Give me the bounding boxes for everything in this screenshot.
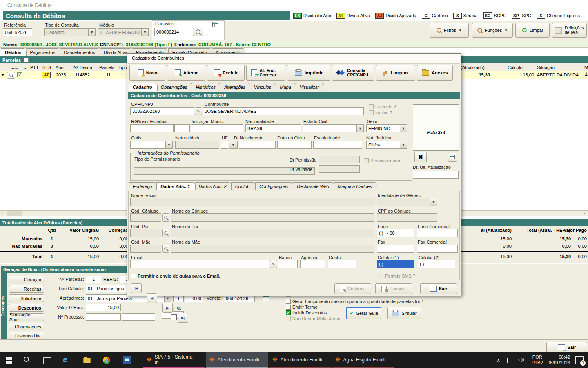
identidade-genero-select[interactable]: ▼ [377, 198, 437, 206]
gerar-lancamento-checkbox[interactable] [286, 299, 291, 304]
calendar-icon[interactable] [263, 295, 269, 301]
conjuge-search-button[interactable] [162, 213, 169, 222]
tab-observacoes[interactable]: Observações [157, 83, 193, 91]
processo-field2[interactable] [122, 313, 155, 321]
permissionario-checkbox[interactable] [364, 158, 369, 163]
nome-conjuge-field[interactable] [171, 213, 374, 222]
chrome-icon[interactable] [103, 357, 110, 364]
at-end-corresp-button[interactable]: ⇄At. End. Corresp. [246, 65, 285, 81]
cod-conjuge-field[interactable] [130, 213, 161, 222]
tipo-consulta-select[interactable]: Cadastro▼ [44, 28, 96, 36]
subtab-maquina-cartoes[interactable]: Máquina Cartões [334, 182, 377, 190]
nat-juridica-select[interactable]: Física▼ [366, 141, 407, 149]
imprimir-button[interactable]: Imprimir [287, 65, 330, 81]
limpar-button[interactable]: ♻Limpar [515, 23, 550, 38]
nome-social-field[interactable] [130, 198, 375, 206]
consulta-cpf-button[interactable]: Consulta CPF/CNPJ [332, 65, 374, 81]
fone-field[interactable] [377, 229, 414, 237]
nav-prev-button[interactable]: ◀ [147, 293, 157, 303]
edge-browser-icon[interactable]: e [63, 355, 67, 364]
dialog-title-bar[interactable]: Cadastro de Contribuintes [127, 54, 460, 64]
nacionalidade-field[interactable] [245, 124, 301, 132]
dt-validade-field[interactable] [319, 165, 360, 173]
photo-box[interactable]: Foto 3x4 [413, 104, 459, 151]
estado-civil-select[interactable]: ▼ [303, 124, 364, 132]
menu-solicitante-button[interactable]: Solicitante [9, 294, 44, 302]
subtab-endereco[interactable]: Endereço [129, 182, 157, 190]
subtab-configuracoes[interactable]: Configurações [255, 182, 294, 190]
alterar-button[interactable]: ✎Alterar [167, 65, 205, 81]
inativo-checkbox[interactable] [369, 110, 374, 115]
cadastro-field[interactable] [154, 28, 191, 36]
network-icon[interactable] [507, 358, 514, 363]
task-agua-esgoto[interactable]: ❋Agua Esgoto Fiorilli [332, 352, 394, 368]
dt-nascimento-field[interactable] [239, 141, 276, 149]
guia-side-tab[interactable]: Descontos [1, 273, 7, 339]
anexos-button[interactable]: Anexos [417, 65, 453, 81]
row-zoom-button[interactable] [7, 72, 15, 79]
task-atendimento-2[interactable]: ❋Atendimento Fiorilli [269, 352, 331, 368]
menu-receitas-button[interactable]: Receitas [9, 285, 44, 293]
confirma-button[interactable]: ✎Confirma [334, 283, 371, 294]
task-sia[interactable]: ❋SIA 7.5 - Sistema In... [143, 352, 205, 368]
nav-next-button[interactable]: ▶ [162, 303, 173, 313]
valor-parc-field[interactable] [86, 304, 121, 311]
processo-field[interactable] [86, 313, 121, 321]
row-checkbox[interactable] [17, 72, 22, 77]
menu-simulacao-button[interactable]: Simulação Parc. [9, 313, 44, 321]
lancam-button[interactable]: Lançam. [376, 65, 415, 81]
permitir-email-checkbox[interactable] [131, 274, 136, 278]
cpf-conjuge-field[interactable] [377, 213, 437, 222]
sair-main-button[interactable]: →Sair [546, 342, 587, 352]
calculator-icon[interactable] [171, 314, 177, 320]
conta-field[interactable] [328, 260, 356, 268]
cadastro-search-button[interactable] [193, 28, 203, 36]
fax-field[interactable] [377, 245, 414, 253]
task-view-button[interactable] [43, 357, 51, 364]
word-icon[interactable]: W [123, 356, 131, 364]
scroll-thumb[interactable] [7, 211, 22, 216]
uf-field[interactable] [221, 141, 228, 149]
data-obito-field[interactable] [277, 141, 312, 149]
cod-mae-field[interactable] [130, 245, 161, 253]
definicoes-tela-button[interactable]: Definições de Tela [552, 23, 587, 38]
contribuinte-field[interactable] [203, 107, 364, 115]
nav-first-button[interactable]: |◀ [131, 283, 142, 293]
nao-cobrar-multa-checkbox[interactable] [286, 316, 291, 321]
list-icon[interactable] [212, 22, 218, 27]
subtab-declarante-web[interactable]: Declarante Web [293, 182, 334, 190]
inscricao-field[interactable] [191, 124, 243, 132]
task-atendimento-1[interactable]: ❋Atendimento Fiorilli [206, 352, 268, 368]
filtros-button[interactable]: Filtros▼ [430, 23, 469, 38]
parcelas-select-all-checkbox[interactable] [24, 58, 29, 62]
taskbar-search-button[interactable] [24, 357, 29, 363]
subtab-contrib[interactable]: Contrib. [231, 182, 256, 190]
modulo-select[interactable]: 3 - ÁGUA E ESGOTO▼ [98, 28, 149, 36]
funcoes-button[interactable]: Funções▼ [472, 23, 513, 38]
tab-historicos[interactable]: Históricos [192, 83, 221, 91]
emitir-termo-checkbox[interactable] [286, 305, 291, 310]
file-explorer-button[interactable] [83, 358, 91, 364]
tab-mapa[interactable]: Mapa [276, 83, 296, 91]
cpf-field[interactable] [130, 107, 194, 115]
email-field[interactable] [130, 260, 269, 268]
nav-last-button[interactable]: ▶| [178, 313, 188, 323]
n-parcelas-field[interactable] [86, 276, 101, 283]
fone-comercial-field[interactable] [417, 229, 458, 237]
celular1-field[interactable] [377, 260, 414, 268]
cpf-edit-button[interactable]: ✎ [195, 107, 202, 115]
cancela-button[interactable]: ✖Cancela [375, 283, 412, 294]
excluir-button[interactable]: ✖Excluir [207, 65, 245, 81]
tray-chevron-icon[interactable]: ∧ [497, 357, 501, 364]
fax-comercial-field[interactable] [417, 245, 458, 253]
cod-pai-field[interactable] [130, 229, 161, 237]
sair-dialog-button[interactable]: →Sair [420, 283, 457, 294]
tray-language[interactable]: PORPTB2 [532, 354, 543, 366]
subtab-dados-adic-2[interactable]: Dados Adic. 2 [195, 182, 232, 190]
banco-field[interactable] [278, 260, 298, 268]
tab-debitos[interactable]: Débitos [1, 48, 27, 56]
incidir-descontos-checkbox[interactable] [286, 310, 291, 315]
sexo-select[interactable]: FEMININO▼ [366, 124, 407, 132]
load-photo-button[interactable] [448, 153, 457, 162]
menu-historico-button[interactable]: Histórico Div. [9, 332, 44, 339]
